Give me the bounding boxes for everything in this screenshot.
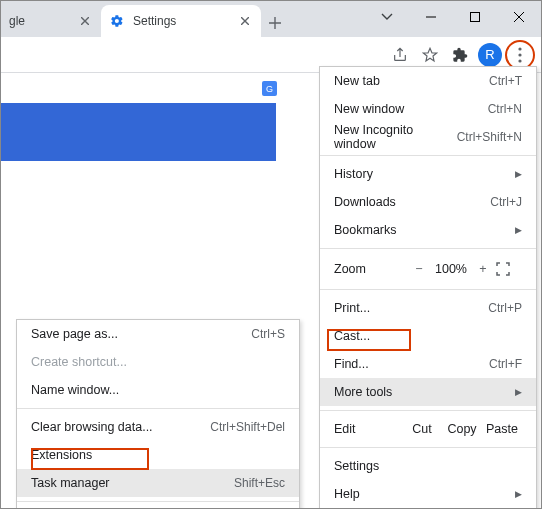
svg-rect-0 xyxy=(471,13,480,22)
menu-incognito[interactable]: New Incognito windowCtrl+Shift+N xyxy=(320,123,536,151)
menu-bookmarks[interactable]: Bookmarks▶ xyxy=(320,216,536,244)
minimize-button[interactable] xyxy=(409,1,453,33)
menu-settings[interactable]: Settings xyxy=(320,452,536,480)
translate-icon[interactable]: G xyxy=(262,81,277,96)
bookmark-star-icon[interactable] xyxy=(415,40,445,70)
fullscreen-icon[interactable] xyxy=(496,262,522,276)
menu-separator xyxy=(320,410,536,411)
menu-print[interactable]: Print...Ctrl+P xyxy=(320,294,536,322)
chevron-right-icon: ▶ xyxy=(515,225,522,235)
menu-separator xyxy=(320,248,536,249)
more-tools-submenu: Save page as...Ctrl+S Create shortcut...… xyxy=(16,319,300,509)
kebab-menu-icon[interactable] xyxy=(505,40,535,70)
paste-button[interactable]: Paste xyxy=(482,422,522,436)
svg-point-2 xyxy=(518,53,521,56)
close-button[interactable] xyxy=(497,1,541,33)
menu-more-tools[interactable]: More tools▶ xyxy=(320,378,536,406)
tab-title: gle xyxy=(9,14,77,28)
menu-cast[interactable]: Cast... xyxy=(320,322,536,350)
submenu-task-manager[interactable]: Task managerShift+Esc xyxy=(17,469,299,497)
gear-icon xyxy=(109,13,125,29)
tab-settings[interactable]: Settings xyxy=(101,5,261,37)
title-bar: gle Settings xyxy=(1,1,541,37)
tab-google[interactable]: gle xyxy=(1,5,101,37)
main-menu: New tabCtrl+T New windowCtrl+N New Incog… xyxy=(319,66,537,509)
menu-separator xyxy=(320,155,536,156)
svg-point-1 xyxy=(518,47,521,50)
submenu-extensions[interactable]: Extensions xyxy=(17,441,299,469)
submenu-clear-data[interactable]: Clear browsing data...Ctrl+Shift+Del xyxy=(17,413,299,441)
menu-help[interactable]: Help▶ xyxy=(320,480,536,508)
chevron-right-icon: ▶ xyxy=(515,169,522,179)
menu-separator xyxy=(17,501,299,502)
menu-separator xyxy=(320,289,536,290)
menu-separator xyxy=(320,447,536,448)
menu-zoom: Zoom − 100% + xyxy=(320,253,536,285)
submenu-save-page[interactable]: Save page as...Ctrl+S xyxy=(17,320,299,348)
menu-new-tab[interactable]: New tabCtrl+T xyxy=(320,67,536,95)
copy-button[interactable]: Copy xyxy=(442,422,482,436)
profile-avatar[interactable]: R xyxy=(475,40,505,70)
submenu-name-window[interactable]: Name window... xyxy=(17,376,299,404)
svg-point-3 xyxy=(518,59,521,62)
zoom-out-button[interactable]: − xyxy=(406,262,432,276)
window-controls xyxy=(365,1,541,33)
menu-history[interactable]: History▶ xyxy=(320,160,536,188)
tab-title: Settings xyxy=(133,14,237,28)
zoom-in-button[interactable]: + xyxy=(470,262,496,276)
menu-new-window[interactable]: New windowCtrl+N xyxy=(320,95,536,123)
chevron-right-icon: ▶ xyxy=(515,387,522,397)
submenu-create-shortcut: Create shortcut... xyxy=(17,348,299,376)
close-icon[interactable] xyxy=(237,13,253,29)
cut-button[interactable]: Cut xyxy=(402,422,442,436)
chevron-right-icon: ▶ xyxy=(515,489,522,499)
zoom-value: 100% xyxy=(432,262,470,276)
extensions-icon[interactable] xyxy=(445,40,475,70)
maximize-button[interactable] xyxy=(453,1,497,33)
settings-header xyxy=(1,103,276,161)
menu-downloads[interactable]: DownloadsCtrl+J xyxy=(320,188,536,216)
close-icon[interactable] xyxy=(77,13,93,29)
menu-find[interactable]: Find...Ctrl+F xyxy=(320,350,536,378)
tab-search-icon[interactable] xyxy=(365,1,409,33)
share-icon[interactable] xyxy=(385,40,415,70)
menu-edit-row: Edit Cut Copy Paste xyxy=(320,415,536,443)
menu-separator xyxy=(17,408,299,409)
new-tab-button[interactable] xyxy=(261,9,289,37)
